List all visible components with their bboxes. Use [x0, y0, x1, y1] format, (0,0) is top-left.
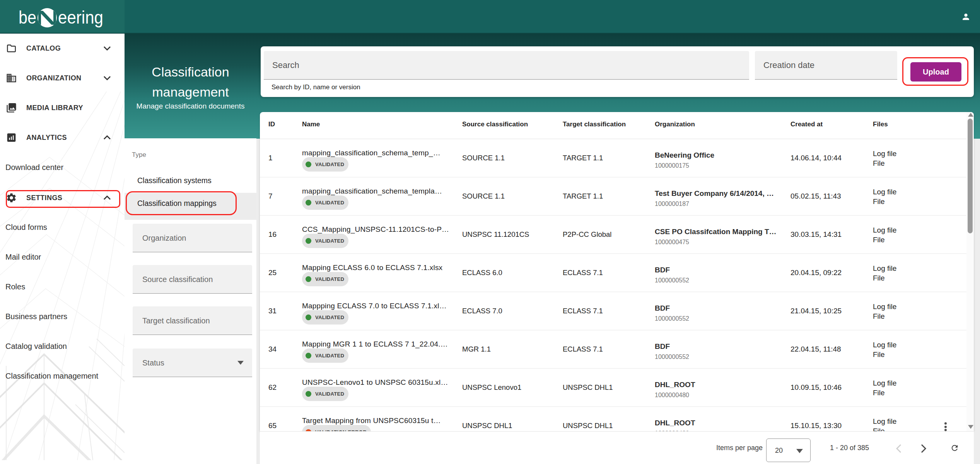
svg-text:eering: eering: [58, 7, 103, 27]
svg-text:be: be: [19, 7, 36, 27]
